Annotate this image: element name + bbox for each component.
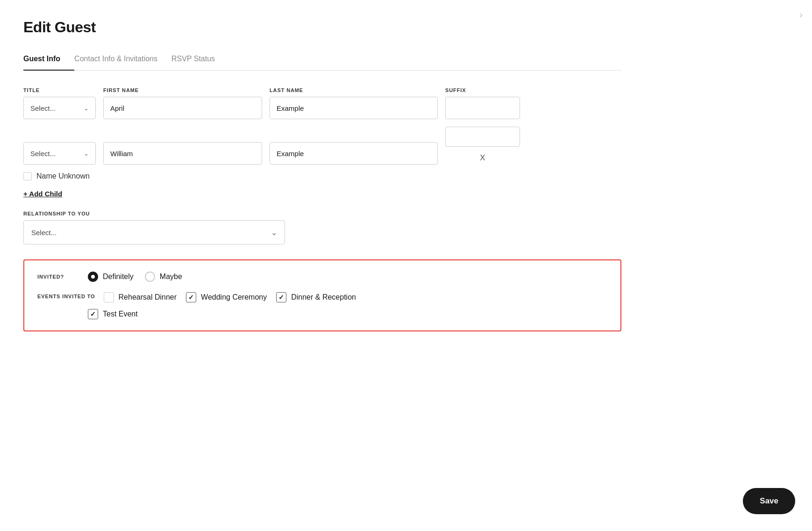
first-name-input-1[interactable] — [103, 97, 262, 119]
last-name-label-1: LAST NAME — [270, 87, 438, 93]
relationship-select[interactable]: Select... ⌄ — [23, 220, 285, 244]
event-test-event[interactable]: Test Event — [88, 309, 138, 319]
event-dinner-reception[interactable]: Dinner & Reception — [276, 292, 356, 302]
title-field-group-1: TITLE Select... ⌄ — [23, 87, 96, 119]
first-name-field-group-1: FIRST NAME — [103, 87, 262, 119]
first-name-label-1: FIRST NAME — [103, 87, 262, 93]
tab-bar: Guest Info Contact Info & Invitations RS… — [23, 50, 621, 71]
relationship-label: RELATIONSHIP TO YOU — [23, 211, 621, 216]
name-unknown-row: Name Unknown — [23, 172, 621, 180]
title-label-1: TITLE — [23, 87, 96, 93]
name-unknown-label: Name Unknown — [36, 172, 90, 180]
relationship-value: Select... — [31, 229, 57, 237]
suffix-field-group-1: SUFFIX — [445, 87, 520, 119]
title-select-1[interactable]: Select... ⌄ — [23, 97, 96, 119]
tab-guest-info[interactable]: Guest Info — [23, 50, 74, 71]
radio-definitely-label: Definitely — [103, 273, 134, 281]
last-name-input-2[interactable] — [270, 142, 438, 165]
event-rehearsal-dinner[interactable]: Rehearsal Dinner — [104, 292, 177, 302]
invited-radio-group: Definitely Maybe — [88, 272, 182, 282]
last-name-input-1[interactable] — [270, 97, 438, 119]
event-rehearsal-dinner-label: Rehearsal Dinner — [119, 293, 177, 301]
radio-maybe-circle — [145, 272, 155, 282]
radio-maybe-label: Maybe — [160, 273, 182, 281]
tab-contact-info[interactable]: Contact Info & Invitations — [74, 50, 171, 71]
name-row-2: Select... ⌄ X — [23, 127, 621, 165]
title-select-1-value: Select... — [30, 104, 56, 112]
radio-definitely[interactable]: Definitely — [88, 272, 134, 282]
last-name-field-group-1: LAST NAME — [270, 87, 438, 119]
first-name-input-2[interactable] — [103, 142, 262, 165]
event-wedding-ceremony[interactable]: Wedding Ceremony — [186, 292, 267, 302]
events-label: EVENTS INVITED TO — [37, 292, 95, 299]
title-field-group-2: Select... ⌄ — [23, 142, 96, 165]
tab-rsvp-status[interactable]: RSVP Status — [171, 50, 229, 71]
radio-definitely-circle — [88, 272, 98, 282]
invited-label: INVITED? — [37, 274, 79, 280]
suffix-label-1: SUFFIX — [445, 87, 520, 93]
event-test-event-label: Test Event — [103, 310, 138, 318]
page-title: Edit Guest — [23, 19, 621, 36]
event-rehearsal-dinner-checkbox — [104, 292, 114, 302]
suffix-input-2[interactable] — [445, 127, 520, 147]
events-second-row: Test Event — [88, 309, 607, 319]
relationship-chevron: ⌄ — [271, 228, 277, 237]
last-name-field-group-2 — [270, 142, 438, 165]
title-chevron-1: ⌄ — [84, 105, 89, 112]
events-checkboxes: Rehearsal Dinner Wedding Ceremony Dinner… — [104, 292, 356, 302]
event-wedding-ceremony-checkbox — [186, 292, 196, 302]
name-unknown-checkbox[interactable] — [23, 172, 32, 180]
suffix-input-1[interactable] — [445, 97, 520, 119]
remove-row-button[interactable]: X — [478, 151, 487, 165]
suffix-field-group-2: X — [445, 127, 520, 165]
name-row-1: TITLE Select... ⌄ FIRST NAME LAST NAME S… — [23, 87, 621, 119]
event-wedding-ceremony-label: Wedding Ceremony — [201, 293, 267, 301]
invited-section: INVITED? Definitely Maybe EVENTS INVITED… — [23, 259, 621, 331]
first-name-field-group-2 — [103, 142, 262, 165]
title-chevron-2: ⌄ — [84, 150, 89, 157]
title-select-2-value: Select... — [30, 150, 56, 158]
invited-row: INVITED? Definitely Maybe — [37, 272, 607, 282]
event-dinner-reception-label: Dinner & Reception — [291, 293, 356, 301]
relationship-section: RELATIONSHIP TO YOU Select... ⌄ — [23, 211, 621, 244]
event-test-event-checkbox — [88, 309, 98, 319]
add-child-button[interactable]: + Add Child — [23, 190, 62, 198]
title-select-2[interactable]: Select... ⌄ — [23, 142, 96, 165]
radio-maybe[interactable]: Maybe — [145, 272, 182, 282]
events-row: EVENTS INVITED TO Rehearsal Dinner Weddi… — [37, 292, 607, 302]
event-dinner-reception-checkbox — [276, 292, 286, 302]
